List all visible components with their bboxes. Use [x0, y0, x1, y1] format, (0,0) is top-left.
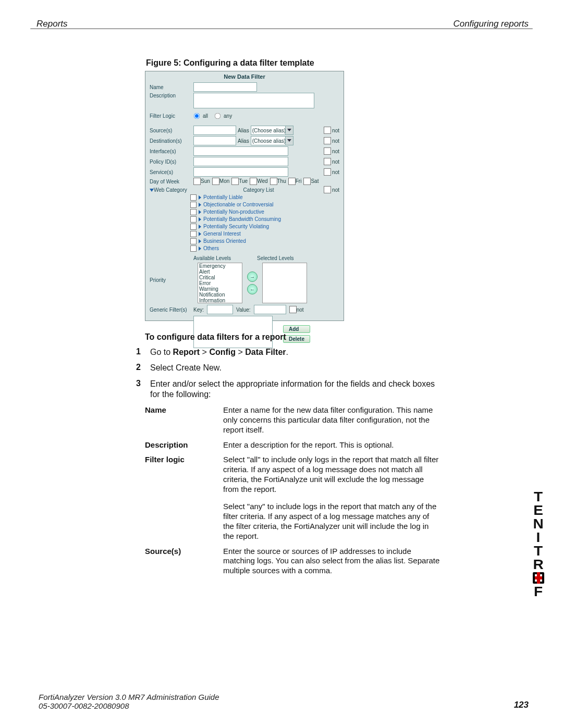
priority-option[interactable]: Notification — [198, 292, 242, 298]
alias-select[interactable]: (Choose alias) — [251, 126, 293, 135]
webcat-collapse-icon[interactable] — [150, 189, 154, 192]
generic-value-input[interactable] — [254, 305, 286, 314]
priority-label: Priority — [150, 263, 193, 303]
category-label: Potentially Liable — [203, 194, 243, 201]
not-checkbox[interactable] — [324, 158, 331, 165]
generic-not-label: not — [297, 307, 304, 313]
expand-icon[interactable] — [199, 195, 201, 200]
filter-row-input[interactable] — [193, 146, 288, 156]
category-checkbox[interactable] — [190, 238, 197, 244]
not-checkbox[interactable] — [324, 137, 331, 144]
priority-option[interactable]: Emergency — [198, 263, 242, 269]
definition-desc: Enter the source or sources of IP addres… — [223, 547, 440, 576]
webcat-not-checkbox[interactable] — [324, 186, 331, 193]
header-left: Reports — [36, 19, 68, 29]
category-checkbox[interactable] — [190, 224, 197, 230]
name-input[interactable] — [193, 82, 257, 92]
category-tree-row[interactable]: Potentially Security Violating — [190, 223, 339, 230]
category-checkbox[interactable] — [190, 209, 197, 215]
expand-icon[interactable] — [199, 203, 201, 207]
filter-row: Destination(s)Alias(Choose alias)not — [145, 135, 344, 146]
dow-checkbox[interactable]: Wed — [250, 178, 268, 185]
not-checkbox[interactable] — [324, 127, 331, 134]
category-checkbox[interactable] — [190, 202, 197, 208]
category-checkbox[interactable] — [190, 245, 197, 252]
priority-option[interactable]: Error — [198, 280, 242, 286]
expand-icon[interactable] — [199, 246, 201, 251]
fortinet-brand-logo: TENITRF — [533, 490, 544, 598]
dow-checkbox[interactable]: Tue — [231, 178, 249, 185]
header-right: Configuring reports — [453, 19, 529, 29]
filter-row-input[interactable] — [193, 157, 288, 166]
selected-levels-listbox[interactable] — [262, 263, 307, 303]
fortinet-logo-icon — [533, 572, 544, 584]
priority-option[interactable]: Warning — [198, 286, 242, 292]
category-tree-row[interactable]: General Interest — [190, 230, 339, 238]
filter-logic-all-radio[interactable]: all — [193, 113, 208, 119]
expand-icon[interactable] — [199, 232, 201, 236]
expand-icon[interactable] — [199, 225, 201, 229]
category-label: Business Oriented — [203, 238, 246, 245]
description-label: Description — [150, 93, 193, 98]
filter-row-input[interactable] — [193, 126, 236, 135]
category-tree-row[interactable]: Objectionable or Controversial — [190, 201, 339, 208]
category-tree-row[interactable]: Others — [190, 245, 339, 252]
not-label: not — [332, 128, 339, 133]
not-checkbox[interactable] — [324, 147, 331, 155]
filter-row-label: Destination(s) — [150, 138, 193, 144]
definition-term: Source(s) — [145, 547, 207, 576]
description-input[interactable] — [193, 93, 314, 108]
dow-label: Day of Week — [150, 179, 193, 184]
new-data-filter-dialog: New Data Filter Name Description Filter … — [145, 71, 344, 321]
definition-term: Description — [145, 440, 207, 450]
webcat-not-label: not — [332, 187, 339, 193]
available-levels-listbox[interactable]: EmergencyAlertCriticalErrorWarningNotifi… — [198, 263, 242, 303]
filter-row-input[interactable] — [193, 136, 236, 145]
filter-row-label: Policy ID(s) — [150, 159, 193, 165]
expand-icon[interactable] — [199, 217, 201, 221]
footer: FortiAnalyzer Version 3.0 MR7 Administra… — [39, 693, 219, 710]
category-label: Potentially Security Violating — [203, 223, 269, 230]
category-label: Potentially Non-productive — [203, 208, 264, 216]
generic-not-checkbox[interactable] — [289, 306, 297, 313]
alias-label: Alias — [238, 138, 249, 144]
filter-row-label: Interface(s) — [150, 149, 193, 154]
move-right-button[interactable]: → — [247, 272, 258, 282]
generic-key-input[interactable] — [207, 305, 233, 314]
priority-option[interactable]: Information — [198, 298, 242, 303]
dow-checkbox[interactable]: Mon — [212, 178, 230, 185]
category-checkbox[interactable] — [190, 216, 197, 223]
step-2: 2 Select Create New. — [132, 363, 440, 373]
category-tree-row[interactable]: Potentially Non-productive — [190, 208, 339, 216]
section-heading: To configure data filters for a report — [145, 332, 440, 342]
priority-option[interactable]: Critical — [198, 275, 242, 280]
dow-checkbox[interactable]: Thu — [270, 178, 287, 185]
priority-option[interactable]: Alert — [198, 269, 242, 275]
name-label: Name — [150, 84, 193, 90]
alias-select[interactable]: (Choose alias) — [251, 136, 293, 145]
dow-checkbox[interactable]: Sat — [303, 178, 320, 185]
header-rule — [30, 28, 533, 29]
expand-icon[interactable] — [199, 210, 201, 214]
dow-checkbox[interactable]: Sun — [193, 178, 211, 185]
category-label: General Interest — [203, 230, 241, 238]
expand-icon[interactable] — [199, 239, 201, 243]
filter-row-input[interactable] — [193, 167, 288, 177]
category-tree-row[interactable]: Potentially Liable — [190, 194, 339, 201]
category-label: Potentially Bandwidth Consuming — [203, 216, 281, 223]
dow-checkbox[interactable]: Fri — [288, 178, 303, 185]
generic-filters-label: Generic Filter(s) — [150, 307, 193, 313]
category-label: Objectionable or Controversial — [203, 201, 274, 208]
category-checkbox[interactable] — [190, 194, 197, 201]
category-checkbox[interactable] — [190, 231, 197, 237]
move-left-button[interactable]: ← — [247, 284, 258, 294]
not-checkbox[interactable] — [324, 168, 331, 176]
page-number: 123 — [514, 700, 529, 710]
filter-logic-any-radio[interactable]: any — [214, 113, 232, 119]
not-label: not — [332, 149, 339, 154]
not-label: not — [332, 159, 339, 165]
category-tree-row[interactable]: Business Oriented — [190, 238, 339, 245]
category-list-label: Category List — [193, 187, 324, 193]
filter-row: Interface(s)not — [145, 146, 344, 156]
category-tree-row[interactable]: Potentially Bandwidth Consuming — [190, 216, 339, 223]
